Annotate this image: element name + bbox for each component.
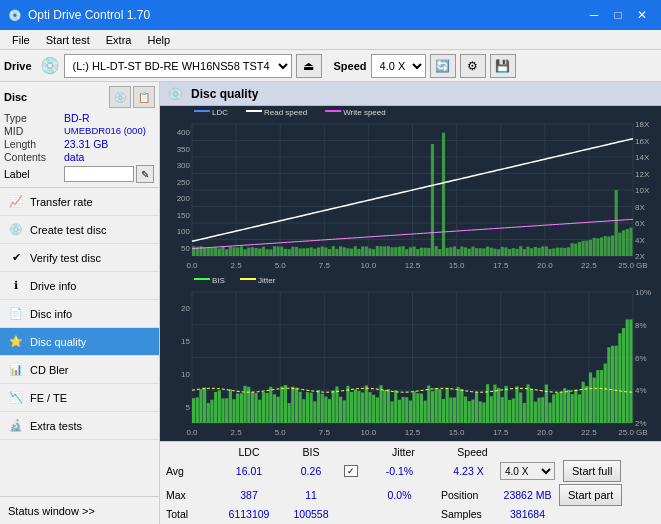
- avg-ldc: 16.01: [220, 465, 278, 477]
- chart1-canvas: [160, 106, 661, 274]
- type-label: Type: [4, 112, 64, 124]
- stats-header-speed: Speed: [445, 446, 500, 458]
- app-title: Opti Drive Control 1.70: [28, 8, 150, 22]
- cd-bler-icon: 📊: [8, 362, 24, 378]
- title-bar-controls: ─ □ ✕: [583, 4, 653, 26]
- drive-info-icon: ℹ: [8, 278, 24, 294]
- samples-label: Samples: [441, 508, 496, 520]
- sidebar-item-cd-bler-label: CD Bler: [30, 364, 69, 376]
- length-value: 23.31 GB: [64, 138, 108, 150]
- refresh-button[interactable]: 🔄: [430, 54, 456, 78]
- avg-label: Avg: [166, 465, 216, 477]
- disc-quality-header: 💿 Disc quality: [160, 82, 661, 106]
- menu-file[interactable]: File: [4, 32, 38, 48]
- total-ldc: 6113109: [220, 508, 278, 520]
- type-value: BD-R: [64, 112, 90, 124]
- disc-btn-1[interactable]: 💿: [109, 86, 131, 108]
- speed-value: 4.23 X: [441, 465, 496, 477]
- status-window-label: Status window >>: [8, 505, 95, 517]
- menu-bar: File Start test Extra Help: [0, 30, 661, 50]
- close-button[interactable]: ✕: [631, 4, 653, 26]
- sidebar-item-extra-tests-label: Extra tests: [30, 420, 82, 432]
- position-label: Position: [441, 489, 496, 501]
- drive-label: Drive: [4, 60, 32, 72]
- verify-test-disc-icon: ✔: [8, 250, 24, 266]
- minimize-button[interactable]: ─: [583, 4, 605, 26]
- chart1-container: [160, 106, 661, 274]
- sidebar-item-disc-info-label: Disc info: [30, 308, 72, 320]
- sidebar-item-drive-info-label: Drive info: [30, 280, 76, 292]
- sidebar-item-fe-te-label: FE / TE: [30, 392, 67, 404]
- sidebar-item-fe-te[interactable]: 📉 FE / TE: [0, 384, 159, 412]
- charts-area: [160, 106, 661, 441]
- disc-info-icon: 📄: [8, 306, 24, 322]
- mid-label: MID: [4, 125, 64, 137]
- disc-quality-icon: ⭐: [8, 334, 24, 350]
- total-bis: 100558: [282, 508, 340, 520]
- content-area: 💿 Disc quality LDC BIS Jitter Speed: [160, 82, 661, 524]
- disc-panel-title: Disc: [4, 91, 27, 103]
- sidebar-item-disc-info[interactable]: 📄 Disc info: [0, 300, 159, 328]
- disc-quality-title: Disc quality: [191, 87, 258, 101]
- sidebar-item-disc-quality[interactable]: ⭐ Disc quality: [0, 328, 159, 356]
- create-test-disc-icon: 💿: [8, 222, 24, 238]
- label-label: Label: [4, 168, 64, 180]
- menu-extra[interactable]: Extra: [98, 32, 140, 48]
- label-edit-button[interactable]: ✎: [136, 165, 154, 183]
- start-full-button[interactable]: Start full: [563, 460, 621, 482]
- disc-panel: Disc 💿 📋 Type BD-R MID UMEBDR016 (000) L…: [0, 82, 159, 188]
- transfer-rate-icon: 📈: [8, 194, 24, 210]
- position-value: 23862 MB: [500, 489, 555, 501]
- menu-help[interactable]: Help: [139, 32, 178, 48]
- sidebar-item-create-test-disc-label: Create test disc: [30, 224, 106, 236]
- extra-tests-icon: 🔬: [8, 418, 24, 434]
- drive-select[interactable]: (L:) HL-DT-ST BD-RE WH16NS58 TST4: [64, 54, 292, 78]
- drive-icon: 💿: [40, 56, 60, 75]
- speed-dropdown[interactable]: 4.0 X: [500, 462, 555, 480]
- stats-area: LDC BIS Jitter Speed Avg 16.01 0.26 ✓ -0…: [160, 441, 661, 524]
- start-part-button[interactable]: Start part: [559, 484, 622, 506]
- chart2-canvas: [160, 274, 661, 441]
- chart2-container: [160, 274, 661, 441]
- settings-button[interactable]: ⚙: [460, 54, 486, 78]
- sidebar-item-transfer-rate[interactable]: 📈 Transfer rate: [0, 188, 159, 216]
- maximize-button[interactable]: □: [607, 4, 629, 26]
- dq-header-icon: 💿: [168, 87, 183, 101]
- contents-value: data: [64, 151, 84, 163]
- sidebar-item-verify-test-disc-label: Verify test disc: [30, 252, 101, 264]
- fe-te-icon: 📉: [8, 390, 24, 406]
- sidebar-item-verify-test-disc[interactable]: ✔ Verify test disc: [0, 244, 159, 272]
- stats-header-bis: BIS: [282, 446, 340, 458]
- speed-label: Speed: [334, 60, 367, 72]
- disc-btn-2[interactable]: 📋: [133, 86, 155, 108]
- length-label: Length: [4, 138, 64, 150]
- sidebar-item-disc-quality-label: Disc quality: [30, 336, 86, 348]
- sidebar-item-create-test-disc[interactable]: 💿 Create test disc: [0, 216, 159, 244]
- status-window-item[interactable]: Status window >>: [0, 496, 159, 524]
- max-label: Max: [166, 489, 216, 501]
- max-jitter: 0.0%: [362, 489, 437, 501]
- save-button[interactable]: 💾: [490, 54, 516, 78]
- mid-value: UMEBDR016 (000): [64, 125, 146, 137]
- sidebar-item-drive-info[interactable]: ℹ Drive info: [0, 272, 159, 300]
- jitter-checkbox[interactable]: ✓: [344, 465, 358, 477]
- label-input[interactable]: [64, 166, 134, 182]
- sidebar-item-extra-tests[interactable]: 🔬 Extra tests: [0, 412, 159, 440]
- sidebar-item-transfer-rate-label: Transfer rate: [30, 196, 93, 208]
- speed-select[interactable]: 4.0 X 1.0 X 2.0 X 8.0 X: [371, 54, 426, 78]
- avg-bis: 0.26: [282, 465, 340, 477]
- main-area: Disc 💿 📋 Type BD-R MID UMEBDR016 (000) L…: [0, 82, 661, 524]
- stats-header-jitter: Jitter: [366, 446, 441, 458]
- sidebar: Disc 💿 📋 Type BD-R MID UMEBDR016 (000) L…: [0, 82, 160, 524]
- eject-button[interactable]: ⏏: [296, 54, 322, 78]
- title-bar: 💿 Opti Drive Control 1.70 ─ □ ✕: [0, 0, 661, 30]
- stats-header-ldc: LDC: [220, 446, 278, 458]
- title-bar-left: 💿 Opti Drive Control 1.70: [8, 8, 150, 22]
- drive-toolbar: Drive 💿 (L:) HL-DT-ST BD-RE WH16NS58 TST…: [0, 50, 661, 82]
- menu-start-test[interactable]: Start test: [38, 32, 98, 48]
- max-bis: 11: [282, 489, 340, 501]
- total-label: Total: [166, 508, 216, 520]
- samples-value: 381684: [500, 508, 555, 520]
- app-icon: 💿: [8, 9, 22, 22]
- sidebar-item-cd-bler[interactable]: 📊 CD Bler: [0, 356, 159, 384]
